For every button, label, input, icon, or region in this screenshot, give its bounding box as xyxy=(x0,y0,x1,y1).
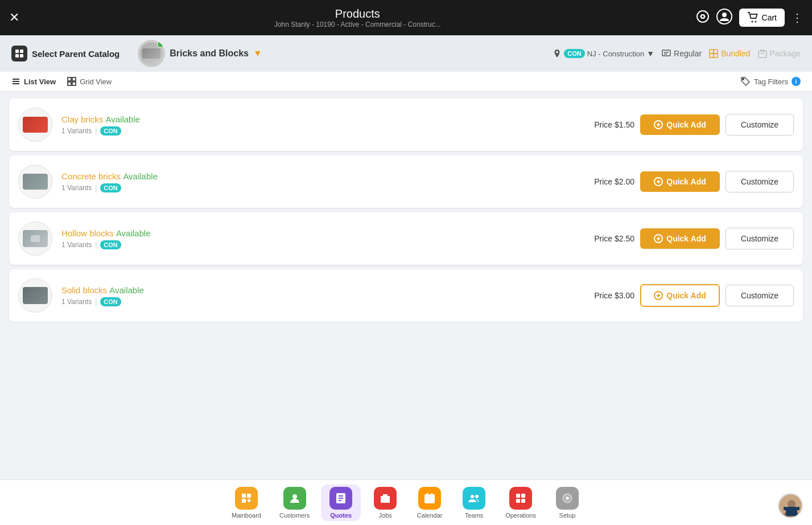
user-avatar[interactable] xyxy=(778,493,803,518)
quick-add-button[interactable]: Quick Add xyxy=(640,228,720,249)
filter-button[interactable] xyxy=(696,10,710,26)
select-parent-label: Select Parent Catalog xyxy=(32,49,119,59)
bottom-nav: Mainboard Customers Quotes Jobs Calendar xyxy=(0,479,812,525)
jobs-label: Jobs xyxy=(379,512,392,519)
mainboard-label: Mainboard xyxy=(232,512,261,519)
product-price: Price $1.50 xyxy=(594,120,634,129)
region-dropdown[interactable]: ▼ xyxy=(646,49,654,58)
product-name[interactable]: Concrete bricks xyxy=(61,171,121,181)
product-con-badge: CON xyxy=(100,126,121,136)
person-button[interactable] xyxy=(716,9,732,27)
customize-button[interactable]: Customize xyxy=(726,285,794,306)
product-row: Solid blocks Available 1 Variants | CON … xyxy=(9,269,803,322)
catalog-dropdown-arrow[interactable]: ▼ xyxy=(253,48,262,59)
operations-label: Operations xyxy=(505,512,536,519)
product-thumbnail xyxy=(18,108,52,142)
product-price: Price $2.00 xyxy=(594,177,634,186)
nav-item-jobs[interactable]: Jobs xyxy=(365,485,405,521)
cart-button[interactable]: Cart xyxy=(739,9,785,27)
customize-button[interactable]: Customize xyxy=(726,114,794,136)
svg-point-6 xyxy=(755,21,756,23)
quick-add-button[interactable]: Quick Add xyxy=(640,171,720,192)
customers-icon xyxy=(283,487,306,510)
availability-text: Available xyxy=(116,228,151,238)
setup-label: Setup xyxy=(559,512,576,519)
view-bar: List View Grid View Tag Filters i xyxy=(0,72,812,92)
more-menu-button[interactable]: ⋮ xyxy=(792,11,803,24)
svg-point-2 xyxy=(701,15,704,18)
svg-rect-52 xyxy=(521,494,525,498)
product-info: Solid blocks Available 1 Variants | CON xyxy=(61,285,585,306)
page-subtitle: John Stanly - 10190 - Active - Commercia… xyxy=(274,20,441,28)
catalog-name: Bricks and Blocks xyxy=(170,48,249,59)
setup-icon xyxy=(556,487,579,510)
product-thumbnail xyxy=(18,222,52,256)
nav-item-customers[interactable]: Customers xyxy=(273,485,316,521)
nav-item-mainboard[interactable]: Mainboard xyxy=(225,485,268,521)
svg-point-40 xyxy=(292,494,297,499)
product-name-available: Concrete bricks Available xyxy=(61,171,585,181)
operations-icon xyxy=(509,487,532,510)
select-parent-catalog[interactable]: Select Parent Catalog xyxy=(11,46,119,61)
svg-rect-18 xyxy=(759,51,766,58)
svg-point-49 xyxy=(471,495,474,498)
top-bar-left: ✕ xyxy=(9,10,19,25)
nav-item-teams[interactable]: Teams xyxy=(454,485,494,521)
calendar-label: Calendar xyxy=(417,512,443,519)
nav-item-calendar[interactable]: Calendar xyxy=(410,485,450,521)
product-row: Hollow blocks Available 1 Variants | CON… xyxy=(9,212,803,265)
tag-filters[interactable]: Tag Filters i xyxy=(740,76,801,87)
type-regular[interactable]: Regular xyxy=(661,48,702,59)
customize-button[interactable]: Customize xyxy=(726,171,794,192)
product-name[interactable]: Hollow blocks xyxy=(61,228,114,238)
product-info: Clay bricks Available 1 Variants | CON xyxy=(61,114,585,136)
type-package[interactable]: Package xyxy=(757,48,801,59)
catalog-image xyxy=(138,40,165,67)
product-thumbnail xyxy=(18,165,52,199)
teams-icon xyxy=(463,487,485,510)
nav-items: Mainboard Customers Quotes Jobs Calendar xyxy=(225,485,587,521)
quick-add-button-active[interactable]: Quick Add xyxy=(640,284,720,307)
catalog-item: Bricks and Blocks ▼ xyxy=(138,40,262,67)
svg-rect-53 xyxy=(516,499,520,503)
list-view-button[interactable]: List View xyxy=(11,77,56,86)
product-variants: 1 Variants | CON xyxy=(61,297,585,306)
quick-add-button[interactable]: Quick Add xyxy=(640,114,720,135)
grid-view-button[interactable]: Grid View xyxy=(67,77,112,86)
catalog-icon xyxy=(11,46,27,61)
product-price: Price $3.00 xyxy=(594,291,634,300)
nav-item-quotes[interactable]: Quotes xyxy=(321,485,361,521)
product-actions: Price $2.00 Quick Add Customize xyxy=(594,171,794,192)
product-name-available: Hollow blocks Available xyxy=(61,228,585,238)
svg-rect-25 xyxy=(68,82,71,85)
product-name[interactable]: Solid blocks xyxy=(61,285,107,295)
product-variants: 1 Variants | CON xyxy=(61,183,585,192)
catalog-bar: Select Parent Catalog Bricks and Blocks … xyxy=(0,35,812,72)
close-button[interactable]: ✕ xyxy=(9,10,19,25)
nav-item-operations[interactable]: Operations xyxy=(498,485,543,521)
svg-rect-58 xyxy=(786,507,797,516)
svg-rect-11 xyxy=(662,50,670,56)
product-name[interactable]: Clay bricks xyxy=(61,114,103,124)
top-bar-right: Cart ⋮ xyxy=(696,9,803,27)
svg-point-27 xyxy=(743,79,744,80)
product-thumbnail xyxy=(18,278,52,313)
top-bar-center: Products John Stanly - 10190 - Active - … xyxy=(274,7,441,28)
grid-view-label: Grid View xyxy=(80,77,112,86)
page-title: Products xyxy=(274,7,441,20)
customize-button[interactable]: Customize xyxy=(726,228,794,249)
svg-rect-59 xyxy=(784,507,786,510)
svg-rect-26 xyxy=(72,82,76,85)
product-info: Concrete bricks Available 1 Variants | C… xyxy=(61,171,585,192)
svg-rect-45 xyxy=(424,494,435,503)
cart-label: Cart xyxy=(762,13,777,22)
catalog-right: CON NJ - Construction ▼ Regular Bundled xyxy=(553,48,801,59)
tag-filters-label: Tag Filters xyxy=(754,77,788,86)
type-bundled[interactable]: Bundled xyxy=(708,48,750,59)
svg-rect-9 xyxy=(15,54,19,58)
svg-rect-7 xyxy=(15,50,19,53)
svg-point-4 xyxy=(722,13,727,17)
nav-item-setup[interactable]: Setup xyxy=(547,485,587,521)
product-variants: 1 Variants | CON xyxy=(61,126,585,136)
product-row: Clay bricks Available 1 Variants | CON P… xyxy=(9,99,803,151)
